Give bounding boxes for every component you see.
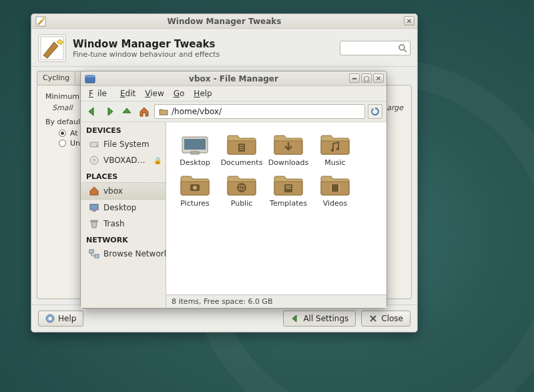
svg-rect-18 bbox=[95, 254, 99, 258]
tweaks-footer: Help All Settings Close bbox=[31, 305, 417, 332]
folder-icon bbox=[180, 130, 210, 156]
location-text: /home/vbox/ bbox=[172, 107, 222, 116]
sidebar-label: vbox bbox=[103, 186, 123, 196]
sidebar-label: Browse Network bbox=[103, 249, 166, 258]
sidebar-item-trash[interactable]: Trash bbox=[81, 216, 166, 232]
folder-label: Documents bbox=[221, 158, 263, 167]
menu-view[interactable]: View bbox=[141, 87, 168, 100]
nav-up-button[interactable] bbox=[119, 104, 134, 119]
back-arrow-icon bbox=[290, 314, 300, 323]
help-label: Help bbox=[58, 314, 76, 323]
close-button[interactable]: Close bbox=[361, 311, 411, 327]
places-heading: PLACES bbox=[81, 168, 166, 182]
close-icon bbox=[368, 314, 378, 323]
sidebar-item-vboxadditions[interactable]: VBOXADDITI... 🔒 bbox=[81, 152, 166, 168]
tweaks-header-icon bbox=[38, 34, 66, 62]
help-icon bbox=[45, 314, 55, 323]
desktop-icon bbox=[89, 202, 99, 213]
svg-rect-36 bbox=[338, 184, 340, 192]
nav-refresh-button[interactable] bbox=[368, 104, 382, 119]
nav-forward-button[interactable] bbox=[102, 104, 117, 119]
menu-go[interactable]: Go bbox=[170, 87, 189, 100]
all-settings-button[interactable]: All Settings bbox=[283, 311, 356, 327]
sidebar-label: Desktop bbox=[103, 203, 137, 212]
lock-icon: 🔒 bbox=[154, 157, 162, 164]
sidebar-item-browse-network[interactable]: Browse Network bbox=[81, 246, 166, 262]
svg-rect-14 bbox=[90, 204, 98, 210]
fm-icon-grid[interactable]: Desktop Documents Downloads Music Pictur… bbox=[166, 122, 386, 295]
menu-file[interactable]: File bbox=[85, 87, 115, 100]
fm-folder-area: Desktop Documents Downloads Music Pictur… bbox=[166, 122, 386, 308]
svg-rect-35 bbox=[330, 184, 332, 192]
folder-icon bbox=[273, 130, 304, 156]
svg-point-7 bbox=[49, 317, 52, 321]
folder-icon bbox=[226, 130, 257, 156]
radio-center-input[interactable] bbox=[59, 130, 66, 137]
svg-point-13 bbox=[93, 160, 95, 162]
folder-icon bbox=[180, 171, 210, 196]
tweaks-header-sub: Fine-tune window behaviour and effects bbox=[73, 50, 220, 59]
fm-minimize-button[interactable]: ━ bbox=[349, 73, 360, 83]
fm-close-button[interactable]: ✕ bbox=[373, 73, 384, 83]
folder-item-templates[interactable]: Templates bbox=[265, 171, 312, 208]
svg-line-5 bbox=[404, 49, 407, 52]
svg-rect-21 bbox=[191, 152, 199, 154]
svg-rect-34 bbox=[330, 184, 340, 192]
folder-item-desktop[interactable]: Desktop bbox=[172, 130, 218, 167]
sidebar-item-filesystem[interactable]: File System bbox=[81, 136, 166, 152]
svg-rect-24 bbox=[240, 147, 244, 148]
sidebar-item-desktop[interactable]: Desktop bbox=[81, 200, 166, 216]
svg-rect-32 bbox=[286, 186, 291, 187]
tweaks-titlebar[interactable]: Window Manager Tweaks ✕ bbox=[31, 14, 417, 29]
svg-point-1 bbox=[42, 17, 45, 20]
sidebar-label: VBOXADDITI... bbox=[103, 156, 150, 165]
devices-heading: DEVICES bbox=[81, 122, 166, 136]
svg-point-27 bbox=[336, 148, 339, 150]
radio-under-input[interactable] bbox=[59, 140, 66, 147]
svg-point-11 bbox=[96, 145, 97, 146]
svg-rect-9 bbox=[85, 75, 95, 77]
svg-point-26 bbox=[331, 149, 334, 152]
tab-cycling[interactable]: Cycling bbox=[37, 71, 75, 85]
nav-back-button[interactable] bbox=[85, 104, 99, 119]
nav-home-button[interactable] bbox=[137, 104, 152, 119]
location-input[interactable]: /home/vbox/ bbox=[154, 104, 365, 119]
svg-rect-20 bbox=[184, 139, 206, 150]
sidebar-item-home[interactable]: vbox bbox=[81, 182, 166, 200]
folder-icon bbox=[273, 171, 304, 196]
folder-item-pictures[interactable]: Pictures bbox=[172, 171, 218, 208]
fm-statusbar: 8 items, Free space: 6.0 GB bbox=[166, 295, 386, 308]
fm-maximize-button[interactable]: ▢ bbox=[361, 73, 372, 83]
tweaks-header: Window Manager Tweaks Fine-tune window b… bbox=[31, 29, 417, 67]
fm-titlebar[interactable]: vbox - File Manager ━ ▢ ✕ bbox=[81, 71, 386, 86]
svg-rect-33 bbox=[286, 188, 291, 189]
tweaks-close-icon[interactable]: ✕ bbox=[404, 16, 415, 25]
fm-title-text: vbox - File Manager bbox=[189, 74, 278, 83]
tweaks-search-input[interactable] bbox=[340, 41, 411, 55]
folder-item-music[interactable]: Music bbox=[312, 130, 358, 167]
fm-app-icon bbox=[85, 73, 95, 84]
tweaks-header-title: Window Manager Tweaks bbox=[73, 38, 220, 50]
folder-item-public[interactable]: Public bbox=[218, 171, 265, 208]
folder-item-videos[interactable]: Videos bbox=[312, 171, 358, 208]
menu-help[interactable]: Help bbox=[190, 87, 216, 100]
all-settings-label: All Settings bbox=[303, 314, 348, 323]
folder-label: Pictures bbox=[180, 199, 210, 208]
sidebar-label: Trash bbox=[103, 219, 125, 228]
svg-point-29 bbox=[193, 186, 197, 190]
svg-rect-23 bbox=[240, 145, 244, 146]
svg-rect-25 bbox=[240, 149, 244, 150]
folder-item-documents[interactable]: Documents bbox=[218, 130, 265, 167]
fm-toolbar: /home/vbox/ bbox=[81, 102, 386, 122]
menu-edit[interactable]: Edit bbox=[116, 87, 140, 100]
folder-label: Music bbox=[324, 158, 345, 167]
close-label: Close bbox=[381, 314, 403, 323]
folder-label: Templates bbox=[270, 199, 307, 208]
folder-item-downloads[interactable]: Downloads bbox=[265, 130, 312, 167]
svg-rect-15 bbox=[92, 210, 96, 212]
fm-sidebar: DEVICES File System VBOXADDITI... 🔒 PLAC… bbox=[81, 122, 166, 308]
cd-icon bbox=[89, 155, 99, 166]
help-button[interactable]: Help bbox=[38, 311, 83, 327]
folder-label: Public bbox=[231, 199, 253, 208]
folder-icon bbox=[320, 171, 350, 196]
